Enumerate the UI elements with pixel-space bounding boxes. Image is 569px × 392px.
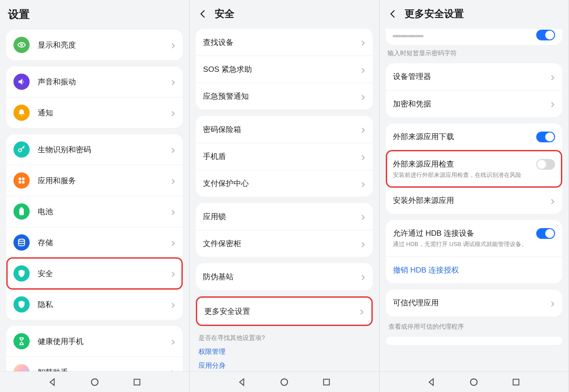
row-label: 智慧助手	[38, 367, 167, 372]
row-storage[interactable]: 存储	[6, 227, 183, 258]
row-battery[interactable]: 电池	[6, 196, 183, 227]
row-assistant[interactable]: 智慧助手	[6, 357, 183, 371]
row-hdb-revoke[interactable]: 撤销 HDB 连接授权	[386, 256, 562, 283]
row-more-security[interactable]: 更多安全设置	[197, 298, 371, 325]
chevron-right-icon	[170, 110, 176, 115]
row-label: 外部来源应用下载	[393, 132, 532, 142]
chevron-right-icon	[170, 271, 176, 276]
svg-rect-7	[21, 207, 23, 209]
svg-rect-12	[134, 379, 140, 385]
nav-recent-icon[interactable]	[511, 377, 521, 387]
page-title: 安全	[215, 7, 234, 21]
row-label: 手机盾	[203, 151, 356, 162]
group-sound-notify: 声音和振动 通知	[6, 66, 183, 128]
page-title: 更多安全设置	[405, 7, 464, 21]
shield-icon	[13, 265, 30, 282]
svg-point-13	[281, 379, 288, 385]
row-label: 通知	[38, 108, 167, 118]
row-label: 防伪基站	[203, 272, 356, 282]
row-sub: 通过 HDB，无需打开 USB 调试模式就能管理设备。	[393, 240, 532, 248]
nav-recent-icon[interactable]	[132, 377, 142, 387]
row-install-external[interactable]: 安装外部来源应用	[386, 187, 562, 214]
row-label: 可信代理应用	[393, 298, 546, 308]
row-pay-protect[interactable]: 支付保护中心	[196, 170, 372, 197]
chevron-right-icon	[550, 101, 555, 106]
header: 安全	[190, 0, 379, 29]
row-security[interactable]: 安全	[6, 258, 183, 289]
row-external-download[interactable]: 外部来源应用下载	[386, 123, 562, 150]
row-display[interactable]: 显示和亮度	[6, 30, 183, 60]
bell-icon	[13, 105, 30, 121]
settings-list: 显示和亮度 声音和振动 通知	[0, 30, 189, 371]
row-health[interactable]: 健康使用手机	[6, 326, 183, 357]
row-privacy[interactable]: 隐私	[6, 289, 183, 320]
row-emergency-alert[interactable]: 应急预警通知	[196, 83, 372, 110]
group-more-security: 更多安全设置	[196, 296, 372, 326]
page-title: 设置	[8, 7, 30, 22]
svg-rect-6	[19, 208, 24, 215]
row-fake-base-station[interactable]: 防伪基站	[196, 263, 372, 290]
chevron-right-icon	[360, 241, 366, 247]
toggle-external-download[interactable]	[536, 132, 555, 142]
row-biometric[interactable]: 生物识别和密码	[6, 134, 183, 165]
row-encrypt-creds[interactable]: 加密和凭据	[386, 90, 562, 117]
cutoff-caption: 输入时短暂显示密码字符	[379, 49, 569, 63]
row-label: 允许通过 HDB 连接设备	[393, 228, 532, 238]
row-label: SOS 紧急求助	[203, 64, 356, 75]
row-trusted-agent[interactable]: 可信代理应用	[386, 290, 562, 317]
nav-back-icon[interactable]	[427, 377, 437, 387]
row-notify[interactable]: 通知	[6, 97, 183, 128]
group-device: 查找设备 SOS 紧急求助 应急预警通知	[196, 29, 372, 110]
row-external-check[interactable]: 外部来源应用检查 安装前进行外部来源应用检查，在线识别潜在风险	[386, 150, 562, 187]
chevron-right-icon	[170, 147, 176, 152]
nav-recent-icon[interactable]	[322, 377, 331, 387]
toggle-password-visible[interactable]	[536, 30, 555, 40]
nav-back-icon[interactable]	[48, 377, 57, 387]
nav-home-icon[interactable]	[90, 377, 100, 387]
row-label: 健康使用手机	[38, 336, 167, 347]
svg-rect-3	[22, 177, 25, 180]
group-external: 外部来源应用下载 外部来源应用检查 安装前进行外部来源应用检查，在线识别潜在风险…	[386, 123, 562, 214]
chevron-right-icon	[360, 181, 366, 186]
row-app-lock[interactable]: 应用锁	[196, 203, 372, 230]
nav-bar	[0, 371, 189, 392]
row-apps[interactable]: 应用和服务	[6, 165, 183, 196]
svg-point-11	[91, 379, 98, 385]
partial-card	[386, 337, 562, 345]
row-hdb-allow[interactable]: 允许通过 HDB 连接设备 通过 HDB，无需打开 USB 调试模式就能管理设备…	[386, 220, 562, 256]
row-label: 文件保密柜	[203, 238, 356, 249]
link-app-twin[interactable]: 应用分身	[196, 359, 372, 371]
row-password-vault[interactable]: 密码保险箱	[196, 116, 372, 143]
nav-bar	[190, 371, 379, 392]
group-admin: 设备管理器 加密和凭据	[386, 63, 562, 117]
row-device-admin[interactable]: 设备管理器	[386, 63, 562, 90]
link-permissions[interactable]: 权限管理	[196, 345, 372, 359]
nav-home-icon[interactable]	[279, 377, 289, 387]
nav-back-icon[interactable]	[237, 377, 247, 387]
row-file-lock[interactable]: 文件保密柜	[196, 230, 372, 257]
toggle-hdb-allow[interactable]	[536, 228, 555, 239]
row-sound[interactable]: 声音和振动	[6, 66, 183, 97]
back-button[interactable]	[198, 9, 208, 19]
back-button[interactable]	[388, 9, 398, 19]
svg-point-15	[471, 379, 477, 385]
toggle-external-check[interactable]	[536, 159, 555, 170]
row-label: 加密和凭据	[393, 99, 546, 109]
svg-point-8	[18, 239, 24, 242]
header: 设置	[0, 0, 189, 30]
row-label: 密码保险箱	[203, 124, 356, 135]
assistant-icon	[13, 364, 30, 371]
group-health: 健康使用手机 智慧助手	[6, 326, 183, 371]
nav-home-icon[interactable]	[469, 377, 479, 387]
svg-point-0	[21, 44, 22, 46]
svg-rect-4	[18, 181, 21, 184]
row-sos[interactable]: SOS 紧急求助	[196, 56, 372, 83]
group-hdb: 允许通过 HDB 连接设备 通过 HDB，无需打开 USB 调试模式就能管理设备…	[386, 220, 562, 283]
trusted-caption: 查看或停用可信的代理程序	[386, 323, 562, 337]
security-panel: 安全 查找设备 SOS 紧急求助 应急预警通知 密码保险箱 手机盾	[190, 0, 379, 392]
cutoff-row[interactable]: ▬▬▬▬	[386, 29, 562, 45]
row-label: 应用和服务	[38, 176, 167, 186]
row-find-device[interactable]: 查找设备	[196, 29, 372, 56]
group-password: 密码保险箱 手机盾 支付保护中心	[196, 116, 372, 197]
row-phone-shield[interactable]: 手机盾	[196, 143, 372, 170]
